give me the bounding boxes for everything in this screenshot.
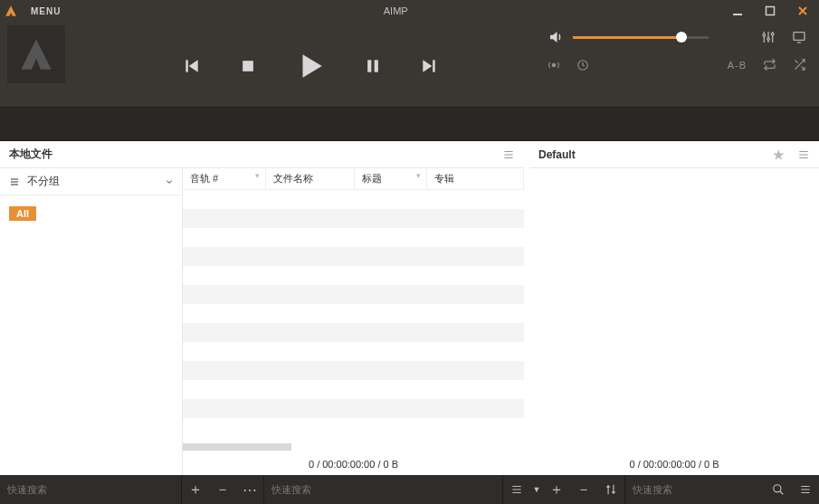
sort-button[interactable] — [597, 475, 624, 504]
title-bar: MENU AIMP — [0, 0, 819, 22]
playlist-pane: Default ★ 0 / 00:00:00:00 / 0 B — [529, 141, 819, 475]
window-title: AIMP — [70, 5, 721, 16]
previous-track-button[interactable] — [183, 57, 201, 75]
shuffle-icon[interactable] — [793, 58, 806, 71]
favorite-icon[interactable]: ★ — [773, 147, 785, 162]
svg-rect-5 — [374, 60, 377, 71]
svg-rect-10 — [794, 33, 805, 41]
table-row — [183, 228, 524, 247]
player-panel: A-B — [0, 22, 819, 107]
table-row — [183, 342, 524, 361]
filter-all-badge[interactable]: All — [9, 204, 173, 221]
filter-icon[interactable]: ▾ — [416, 171, 421, 180]
svg-rect-2 — [186, 60, 188, 71]
svg-rect-4 — [367, 60, 371, 71]
more-button[interactable]: ⋯ — [236, 475, 263, 504]
table-row — [183, 190, 524, 209]
svg-point-11 — [552, 63, 556, 67]
library-tab[interactable]: 本地文件 — [9, 147, 52, 162]
svg-point-8 — [767, 38, 770, 41]
table-row — [183, 380, 524, 399]
horizontal-scrollbar[interactable] — [183, 441, 524, 453]
table-row — [183, 399, 524, 418]
svg-rect-1 — [767, 7, 775, 15]
table-row — [183, 266, 524, 285]
chevron-down-icon — [166, 178, 173, 185]
table-body — [183, 190, 524, 441]
filter-icon[interactable]: ▾ — [255, 171, 260, 180]
column-filename[interactable]: 文件名称 — [266, 168, 355, 189]
svg-rect-3 — [243, 61, 253, 71]
svg-point-7 — [763, 34, 766, 37]
remove-button[interactable]: － — [209, 475, 236, 504]
table-row — [183, 304, 524, 323]
next-track-button[interactable] — [420, 57, 438, 75]
svg-rect-0 — [733, 14, 742, 15]
ab-repeat-button[interactable]: A-B — [728, 60, 747, 71]
view-dropdown-icon[interactable]: ▼ — [530, 475, 543, 504]
library-pane: 本地文件 不分组 All 音轨 #▾ 文件 — [0, 141, 529, 475]
column-album[interactable]: 专辑 — [427, 168, 524, 189]
app-logo-small-icon — [0, 0, 22, 22]
volume-slider[interactable] — [573, 30, 709, 44]
menu-button[interactable]: MENU — [22, 0, 70, 22]
scheduler-icon[interactable] — [576, 59, 589, 71]
table-row — [183, 247, 524, 266]
grouping-dropdown-label: 不分组 — [27, 174, 60, 189]
table-row — [183, 285, 524, 304]
minimize-button[interactable] — [721, 0, 754, 22]
grouping-dropdown[interactable]: 不分组 — [0, 168, 182, 195]
playlist-add-button[interactable]: ＋ — [543, 475, 570, 504]
table-row — [183, 361, 524, 380]
bottom-toolbar: ＋ － ⋯ ▼ ＋ － — [0, 475, 819, 504]
table-header: 音轨 #▾ 文件名称 标题▾ 专辑 — [183, 168, 524, 190]
close-button[interactable] — [786, 0, 819, 22]
playlist-body — [529, 168, 819, 453]
display-icon[interactable] — [792, 30, 806, 44]
playlist-search-input-right[interactable] — [625, 475, 765, 504]
library-status: 0 / 00:00:00:00 / 0 B — [183, 453, 524, 475]
repeat-icon[interactable] — [763, 58, 776, 71]
playlist-search-input-left[interactable] — [264, 475, 502, 504]
pause-button[interactable] — [364, 57, 382, 75]
stop-button[interactable] — [239, 57, 257, 75]
add-button[interactable]: ＋ — [182, 475, 209, 504]
column-title[interactable]: 标题▾ — [355, 168, 427, 189]
playlist-tab[interactable]: Default — [538, 148, 576, 161]
table-row — [183, 209, 524, 228]
playlist-remove-button[interactable]: － — [570, 475, 597, 504]
equalizer-icon[interactable] — [761, 30, 776, 44]
maximize-button[interactable] — [754, 0, 786, 22]
main-content: 本地文件 不分组 All 音轨 #▾ 文件 — [0, 141, 819, 475]
playlist-status: 0 / 00:00:00:00 / 0 B — [529, 453, 819, 475]
volume-icon[interactable] — [548, 29, 564, 45]
playlist-menu-icon[interactable] — [797, 148, 810, 161]
list-view-icon[interactable] — [503, 475, 530, 504]
search-icon[interactable] — [765, 475, 792, 504]
play-button[interactable] — [295, 51, 326, 81]
library-menu-icon[interactable] — [502, 148, 515, 161]
svg-point-13 — [774, 485, 781, 492]
svg-point-9 — [771, 33, 774, 35]
bottom-menu-icon[interactable] — [792, 475, 819, 504]
internet-radio-icon[interactable] — [548, 59, 560, 71]
track-info-strip — [0, 107, 819, 141]
library-search-input[interactable] — [0, 475, 181, 504]
table-row — [183, 323, 524, 342]
album-art-placeholder — [7, 25, 65, 83]
svg-rect-6 — [433, 60, 435, 71]
column-track-number[interactable]: 音轨 #▾ — [183, 168, 266, 189]
